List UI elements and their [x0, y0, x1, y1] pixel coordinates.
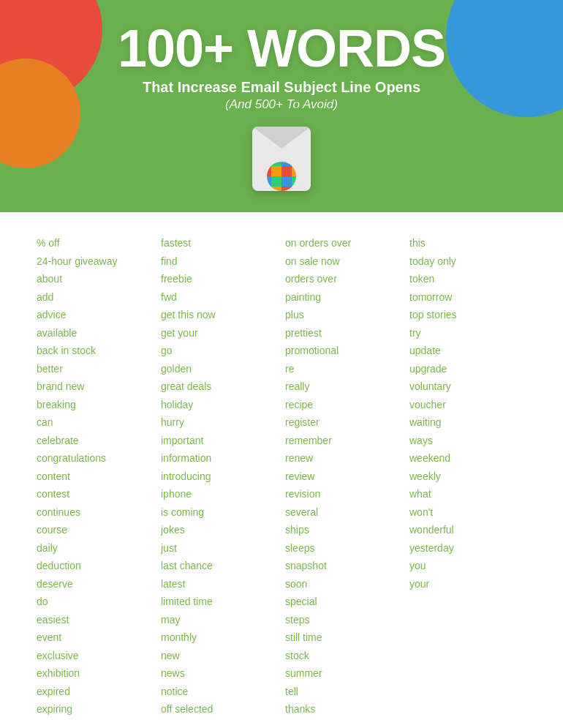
word-item: celebrate: [37, 432, 154, 450]
word-item: deserve: [37, 575, 154, 593]
word-item: what: [409, 485, 526, 503]
word-item: revision: [285, 485, 402, 503]
word-item: go: [161, 342, 278, 360]
word-item: special: [285, 593, 402, 611]
word-item: breaking: [37, 396, 154, 414]
word-item: new: [161, 647, 278, 665]
main-title: 100+ WORDS: [118, 22, 445, 75]
word-item: do: [37, 593, 154, 611]
word-item: sleeps: [285, 539, 402, 558]
word-item: hurry: [161, 413, 278, 432]
word-item: available: [37, 324, 154, 342]
envelope-flap: [252, 127, 311, 156]
word-item: soon: [285, 575, 402, 593]
word-item: thanks: [285, 700, 402, 718]
word-item: expiring: [37, 700, 154, 718]
word-item: on sale now: [285, 252, 402, 271]
word-item: is coming: [161, 503, 278, 522]
word-item: limited time: [161, 593, 278, 611]
word-item: on orders over: [285, 234, 402, 252]
word-item: % off: [37, 234, 154, 252]
word-item: renew: [285, 449, 402, 468]
color-ring-icon: [267, 162, 296, 191]
word-item: update: [409, 342, 526, 360]
word-item: fastest: [161, 234, 278, 252]
email-icon-wrapper: [252, 127, 311, 191]
word-item: remember: [285, 432, 402, 450]
word-item: jokes: [161, 521, 278, 539]
word-item: can: [37, 413, 154, 432]
word-item: just: [161, 539, 278, 558]
word-item: great deals: [161, 378, 278, 396]
word-item: upgrade: [409, 360, 526, 378]
word-item: exclusive: [37, 647, 154, 665]
word-item: back in stock: [37, 342, 154, 360]
word-item: steps: [285, 611, 402, 629]
header: 100+ WORDS That Increase Email Subject L…: [0, 0, 563, 212]
word-item: content: [37, 468, 154, 486]
word-item: register: [285, 413, 402, 432]
word-item: may: [161, 611, 278, 629]
word-item: congratulations: [37, 449, 154, 468]
word-item: voluntary: [409, 378, 526, 396]
word-item: add: [37, 288, 154, 307]
word-item: important: [161, 432, 278, 450]
word-item: exhibition: [37, 664, 154, 683]
word-item: introducing: [161, 468, 278, 486]
word-item: weekly: [409, 468, 526, 486]
word-column-1: % off24-hour giveawayaboutaddadviceavail…: [37, 234, 154, 718]
word-item: deduction: [37, 557, 154, 575]
word-column-3: on orders overon sale noworders overpain…: [285, 234, 402, 718]
word-item: brand new: [37, 378, 154, 396]
corner-decoration-blue: [446, 0, 563, 117]
word-item: snapshot: [285, 557, 402, 575]
word-item: daily: [37, 539, 154, 558]
word-item: fwd: [161, 288, 278, 307]
word-item: get your: [161, 324, 278, 342]
word-item: information: [161, 449, 278, 468]
word-item: review: [285, 468, 402, 486]
word-item: monthly: [161, 628, 278, 647]
word-item: about: [37, 270, 154, 288]
word-item: plus: [285, 306, 402, 324]
word-item: tell: [285, 683, 402, 701]
word-item: prettiest: [285, 324, 402, 342]
header-subtitle2: (And 500+ To Avoid): [225, 97, 338, 112]
word-list-content: % off24-hour giveawayaboutaddadviceavail…: [0, 212, 563, 728]
word-item: last chance: [161, 557, 278, 575]
word-item: event: [37, 628, 154, 647]
word-item: continues: [37, 503, 154, 522]
word-item: won't: [409, 503, 526, 522]
word-item: promotional: [285, 342, 402, 360]
word-item: get this now: [161, 306, 278, 324]
word-item: notice: [161, 683, 278, 701]
word-item: several: [285, 503, 402, 522]
word-item: freebie: [161, 270, 278, 288]
word-item: golden: [161, 360, 278, 378]
word-item: advice: [37, 306, 154, 324]
word-item: stock: [285, 647, 402, 665]
word-item: today only: [409, 252, 526, 271]
word-column-2: fastestfindfreebiefwdget this nowget you…: [161, 234, 278, 718]
word-item: latest: [161, 575, 278, 593]
word-item: find: [161, 252, 278, 271]
word-item: expired: [37, 683, 154, 701]
word-item: weekend: [409, 449, 526, 468]
word-item: try: [409, 324, 526, 342]
word-item: summer: [285, 664, 402, 683]
word-item: you: [409, 557, 526, 575]
word-item: really: [285, 378, 402, 396]
word-item: wonderful: [409, 521, 526, 539]
word-item: your: [409, 575, 526, 593]
word-item: waiting: [409, 413, 526, 432]
word-item: 24-hour giveaway: [37, 252, 154, 271]
word-item: voucher: [409, 396, 526, 414]
word-item: still time: [285, 628, 402, 647]
word-item: yesterday: [409, 539, 526, 558]
word-item: token: [409, 270, 526, 288]
word-item: re: [285, 360, 402, 378]
word-item: ships: [285, 521, 402, 539]
word-item: course: [37, 521, 154, 539]
word-item: easiest: [37, 611, 154, 629]
word-item: off selected: [161, 700, 278, 718]
